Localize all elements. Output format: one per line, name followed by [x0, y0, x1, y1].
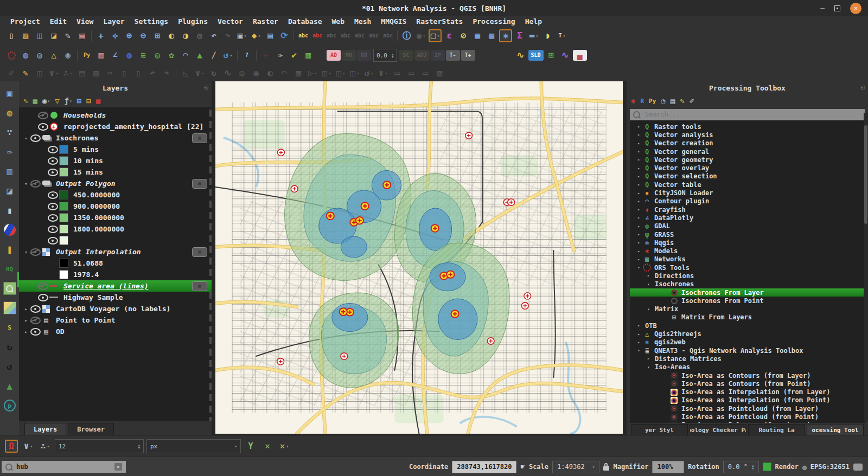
expand-all-icon[interactable]: ⊞: [77, 97, 81, 105]
expander-icon[interactable]: ▸: [635, 174, 642, 179]
save-project-as[interactable]: ◪: [47, 29, 60, 42]
expander-icon[interactable]: ▾: [635, 265, 642, 270]
check-geometries[interactable]: ✔: [288, 49, 301, 62]
layer-item-900-0000000[interactable]: 900.0000000: [19, 201, 212, 212]
expander-icon[interactable]: ▸: [635, 249, 642, 254]
new-bookmark[interactable]: ▤: [264, 29, 277, 42]
zoom-to-selection[interactable]: ◑: [179, 29, 192, 42]
menu-plugins[interactable]: Plugins: [173, 17, 213, 25]
chart-plugin-icon[interactable]: ❚: [3, 243, 16, 256]
text-bigger[interactable]: T+: [461, 50, 475, 61]
layer-item-450-0000000[interactable]: 450.0000000: [19, 189, 212, 201]
menu-settings[interactable]: Settings: [130, 17, 174, 25]
layer-item-1350-0000000[interactable]: 1350.0000000: [19, 212, 212, 223]
cad-value[interactable]: 0.0▲▼: [373, 49, 397, 62]
processing-indicator-badge[interactable]: ▦: [192, 247, 207, 257]
expander-icon[interactable]: ▾: [22, 249, 30, 255]
layer-item-reprojected-amenity-hospital-22[interactable]: +reprojected_amenity_hospital [22]: [19, 121, 212, 132]
python-console[interactable]: Py: [80, 49, 93, 62]
bucket-tool-icon[interactable]: ▮: [3, 204, 16, 217]
close-button[interactable]: ✕: [850, 3, 861, 14]
layer-item-15-mins[interactable]: 15 mins: [19, 166, 212, 178]
visibility-eye-icon[interactable]: [30, 317, 41, 324]
visibility-eye-icon[interactable]: [38, 112, 48, 119]
s-plugin-icon[interactable]: S: [3, 321, 16, 334]
layer-item-isochrones[interactable]: ▾Isochrones▦: [19, 132, 212, 144]
save-project[interactable]: ◫: [33, 29, 46, 42]
history-icon[interactable]: ◔: [661, 97, 665, 105]
contour-plugin[interactable]: ◠: [179, 49, 192, 62]
coordinate-value[interactable]: 288743,1617820: [452, 461, 516, 473]
processing-indicator-badge[interactable]: ▦: [192, 281, 207, 291]
dock-tab-ocessing-tool[interactable]: ocessing Tool: [807, 424, 864, 435]
toolbox-item-iso-area-as-contours-from-layer[interactable]: Iso-Area as Contours (from Layer): [630, 371, 865, 379]
menu-processing[interactable]: Processing: [468, 17, 520, 25]
toolbox-item-models[interactable]: ▸✱Models: [630, 247, 865, 255]
toolbox-item-distance-matrices[interactable]: ▸Distance Matrices: [630, 355, 865, 363]
expander-icon[interactable]: ▸: [635, 132, 642, 137]
layer-item-10-mins[interactable]: 10 mins: [19, 155, 212, 166]
menu-raster[interactable]: Raster: [248, 17, 283, 25]
menu-rasterstats[interactable]: RasterStats: [411, 17, 468, 25]
ors-tools[interactable]: [5, 49, 18, 62]
expander-icon[interactable]: ▸: [22, 318, 30, 323]
title-bar[interactable]: *01 Network Analysis - QGIS [BNHR] – ✕: [0, 0, 868, 16]
pan-map[interactable]: ✛: [94, 29, 107, 42]
bookmark[interactable]: ◆▾: [250, 29, 263, 42]
crs-status[interactable]: EPSG:32651: [810, 463, 850, 471]
visibility-eye-icon[interactable]: [48, 146, 58, 153]
add-group-icon[interactable]: ▦: [33, 97, 37, 105]
toolbox-item-vector-table[interactable]: ▸QVector table: [630, 181, 865, 189]
layer-item-51-0688[interactable]: 51.0688: [19, 258, 212, 269]
map-edit-plugin-icon[interactable]: [3, 301, 16, 314]
select-features[interactable]: ▢▾: [429, 29, 442, 42]
expander-icon[interactable]: ▸: [635, 257, 642, 262]
expander-icon[interactable]: ▸: [22, 306, 30, 312]
toolbox-item-isochrones-from-point[interactable]: Isochrones From Point: [630, 297, 865, 305]
snapping-type-button[interactable]: ∴▾: [39, 440, 52, 453]
edit-features-inplace-icon[interactable]: ✎: [680, 97, 684, 105]
toolbox-item-vector-geometry[interactable]: ▸QVector geometry: [630, 156, 865, 164]
render-checkbox[interactable]: [763, 462, 771, 471]
expander-icon[interactable]: ▸: [635, 141, 642, 146]
toolbox-item-qgis2threejs[interactable]: ▸△Qgis2threejs: [630, 330, 865, 338]
toolbox-item-crayfish[interactable]: ▸◖Crayfish: [630, 205, 865, 214]
dock-tab-pology-checker-pa[interactable]: pology Checker Pa: [690, 424, 746, 435]
tab-layers[interactable]: Layers: [24, 423, 66, 435]
refresh-map[interactable]: ⟳: [278, 29, 291, 42]
toolbox-item-cityjson-loader[interactable]: ▸▪CityJSON Loader: [630, 189, 865, 197]
snapping-mode-button[interactable]: ∨▾: [22, 440, 35, 453]
snapping-tolerance-spinner[interactable]: 12▲▼: [55, 439, 144, 453]
expander-icon[interactable]: ▸: [635, 157, 642, 162]
bnhr-flag-icon[interactable]: [3, 223, 16, 236]
menu-edit[interactable]: Edit: [45, 17, 72, 25]
expander-icon[interactable]: ▸: [635, 149, 642, 154]
refresh-tool-icon[interactable]: ↻: [3, 340, 16, 353]
visibility-eye-icon[interactable]: [30, 305, 41, 313]
cad-enable[interactable]: AD: [327, 50, 341, 61]
tab-browser[interactable]: Browser: [68, 423, 114, 435]
panel-popout-icon[interactable]: ◱: [205, 84, 208, 90]
menu-help[interactable]: Help: [520, 17, 547, 25]
filter-by-expression-icon[interactable]: ƒ▾: [65, 97, 72, 105]
metasearch[interactable]: ◍: [19, 49, 32, 62]
menu-mesh[interactable]: Mesh: [349, 17, 376, 25]
histogram[interactable]: ▄: [573, 50, 587, 61]
manage-map-themes-icon[interactable]: ◉▾: [42, 97, 50, 105]
toolbox-item-vector-overlay[interactable]: ▸QVector overlay: [630, 164, 865, 172]
project-properties[interactable]: ✎: [61, 29, 74, 42]
refresh-attributes[interactable]: ▦: [302, 49, 315, 62]
expander-icon[interactable]: ▸: [635, 323, 642, 328]
expander-icon[interactable]: ▾: [645, 365, 652, 370]
river-profile[interactable]: ∿: [514, 49, 527, 62]
menu-web[interactable]: Web: [327, 17, 349, 25]
zoom-full[interactable]: ⊞: [151, 29, 164, 42]
layer-item-1978-4[interactable]: 1978.4: [19, 269, 212, 280]
visibility-eye-icon[interactable]: [30, 180, 41, 188]
layer-item-service-area-lines[interactable]: Service area (lines)▦: [19, 280, 212, 292]
text-annotation[interactable]: T▾: [556, 29, 569, 42]
expander-icon[interactable]: ▸: [645, 273, 652, 278]
expander-icon[interactable]: ▸: [635, 215, 642, 220]
visibility-eye-icon[interactable]: [48, 226, 58, 233]
expander-icon[interactable]: ▸: [635, 240, 642, 245]
